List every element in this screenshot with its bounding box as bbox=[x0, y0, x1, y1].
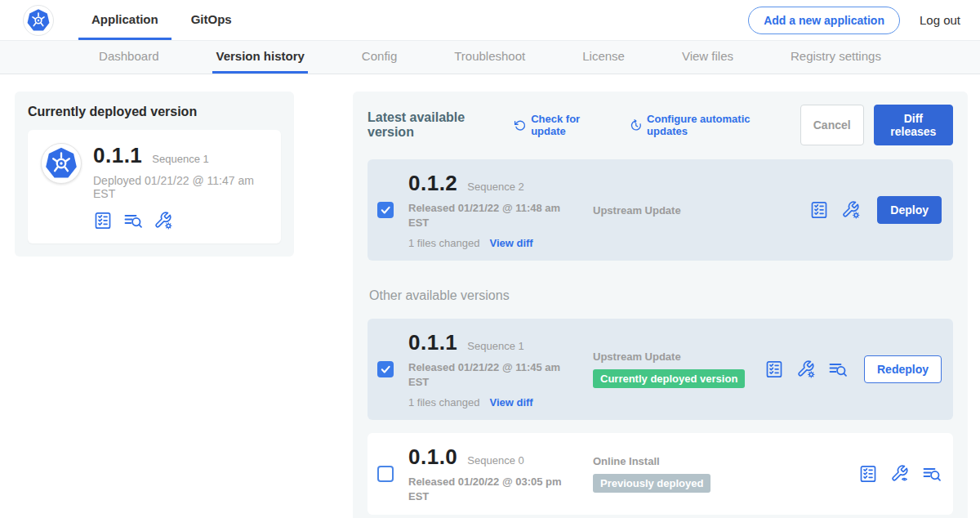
version-checkbox[interactable] bbox=[377, 202, 394, 218]
deployed-version-card: 0.1.1 Sequence 1 Deployed 01/21/22 @ 11:… bbox=[28, 130, 281, 243]
top-nav: Application GitOps Add a new application… bbox=[0, 0, 980, 41]
subnav-item-version-history[interactable]: Version history bbox=[212, 41, 307, 74]
other-available-versions-title: Other available versions bbox=[369, 288, 953, 303]
app-kubernetes-icon bbox=[41, 143, 82, 184]
version-row-0-1-0: 0.1.0 Sequence 0 Released 01/20/22 @ 03:… bbox=[368, 433, 953, 515]
tab-application[interactable]: Application bbox=[78, 0, 172, 40]
version-row-0-1-1: 0.1.1 Sequence 1 Released 01/21/22 @ 11:… bbox=[368, 319, 953, 420]
subnav-item-license[interactable]: License bbox=[579, 41, 628, 74]
deploy-button[interactable]: Deploy bbox=[877, 196, 942, 224]
previously-deployed-badge: Previously deployed bbox=[593, 474, 710, 493]
deploy-logs-icon[interactable] bbox=[922, 464, 942, 484]
latest-available-title: Latest available version bbox=[368, 110, 502, 140]
subnav-item-dashboard[interactable]: Dashboard bbox=[96, 41, 162, 74]
version-source-label: Upstream Update bbox=[593, 204, 800, 217]
add-new-application-button[interactable]: Add a new application bbox=[748, 7, 900, 34]
deploy-logs-icon[interactable] bbox=[123, 211, 143, 230]
app-subnav: Dashboard Version history Config Trouble… bbox=[0, 41, 980, 74]
clock-refresh-icon bbox=[630, 118, 642, 132]
available-versions-header: Latest available version Check for updat… bbox=[368, 105, 953, 145]
version-source-label: Online Install bbox=[593, 455, 849, 467]
top-nav-tabs: Application GitOps bbox=[78, 0, 245, 40]
logout-link[interactable]: Log out bbox=[920, 13, 960, 27]
edit-config-icon[interactable] bbox=[796, 359, 816, 379]
currently-deployed-panel: Currently deployed version 0.1.1 Sequenc… bbox=[15, 92, 294, 257]
edit-config-icon[interactable] bbox=[841, 200, 861, 220]
view-diff-link[interactable]: View diff bbox=[489, 396, 532, 409]
subnav-item-config[interactable]: Config bbox=[359, 41, 400, 74]
check-for-update-link[interactable]: Check for update bbox=[514, 113, 610, 137]
version-number: 0.1.1 bbox=[408, 330, 457, 355]
deploy-logs-icon[interactable] bbox=[828, 359, 848, 379]
check-for-update-label: Check for update bbox=[531, 113, 609, 137]
subnav-item-troubleshoot[interactable]: Troubleshoot bbox=[451, 41, 528, 74]
edit-config-icon[interactable] bbox=[154, 211, 173, 230]
tab-gitops[interactable]: GitOps bbox=[178, 0, 245, 40]
preflight-checks-icon[interactable] bbox=[764, 359, 784, 379]
released-timestamp: Released 01/21/22 @ 11:45 am EST bbox=[408, 360, 568, 389]
preflight-checks-icon[interactable] bbox=[93, 211, 113, 230]
configure-automatic-updates-label: Configure automatic updates bbox=[647, 113, 781, 137]
preflight-checks-icon[interactable] bbox=[809, 200, 829, 220]
diff-releases-button[interactable]: Diff releases bbox=[874, 105, 953, 145]
files-changed-label: 1 files changed bbox=[408, 396, 479, 409]
deployed-version-number: 0.1.1 bbox=[93, 143, 142, 168]
configure-automatic-updates-link[interactable]: Configure automatic updates bbox=[630, 113, 781, 137]
deployed-sequence-label: Sequence 1 bbox=[152, 153, 208, 165]
currently-deployed-title: Currently deployed version bbox=[15, 92, 294, 130]
tab-gitops-label: GitOps bbox=[191, 12, 232, 26]
sequence-label: Sequence 1 bbox=[467, 340, 523, 352]
released-timestamp: Released 01/21/22 @ 11:48 am EST bbox=[408, 201, 568, 230]
available-versions-panel: Latest available version Check for updat… bbox=[353, 92, 968, 518]
tab-application-label: Application bbox=[91, 12, 158, 26]
version-number: 0.1.2 bbox=[408, 171, 457, 196]
preflight-checks-icon[interactable] bbox=[858, 464, 878, 484]
cancel-button[interactable]: Cancel bbox=[800, 105, 864, 145]
currently-deployed-badge: Currently deployed version bbox=[593, 369, 745, 388]
view-diff-link[interactable]: View diff bbox=[489, 237, 532, 249]
version-checkbox[interactable] bbox=[377, 361, 394, 377]
version-checkbox[interactable] bbox=[377, 466, 394, 482]
subnav-item-view-files[interactable]: View files bbox=[679, 41, 737, 74]
version-number: 0.1.0 bbox=[408, 444, 457, 470]
main-content: Currently deployed version 0.1.1 Sequenc… bbox=[0, 74, 980, 518]
kubernetes-logo-icon bbox=[23, 5, 54, 36]
sequence-label: Sequence 2 bbox=[467, 181, 523, 193]
files-changed-label: 1 files changed bbox=[408, 237, 479, 249]
released-timestamp: Released 01/20/22 @ 03:05 pm EST bbox=[408, 475, 568, 503]
view-config-icon[interactable] bbox=[890, 464, 910, 484]
sequence-label: Sequence 0 bbox=[467, 454, 523, 467]
subnav-item-registry-settings[interactable]: Registry settings bbox=[787, 41, 884, 74]
redeploy-button[interactable]: Redeploy bbox=[864, 355, 942, 383]
top-nav-right: Add a new application Log out bbox=[748, 0, 960, 40]
version-source-label: Upstream Update bbox=[593, 351, 755, 363]
refresh-icon bbox=[514, 118, 526, 132]
deployed-timestamp: Deployed 01/21/22 @ 11:47 am EST bbox=[93, 174, 266, 200]
version-row-0-1-2: 0.1.2 Sequence 2 Released 01/21/22 @ 11:… bbox=[368, 159, 953, 261]
